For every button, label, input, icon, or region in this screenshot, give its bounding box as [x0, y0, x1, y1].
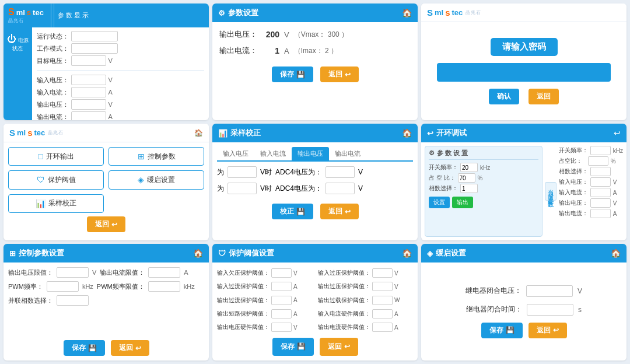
open-output-menu-item[interactable]: □ 开环输出	[8, 147, 104, 166]
ol-duty-label: 占空比：	[559, 157, 586, 165]
home-icon-p7[interactable]: 🏠	[193, 249, 203, 258]
prot-input-4a[interactable]	[271, 323, 292, 332]
input-current-input[interactable]	[71, 87, 106, 97]
relay-time-input[interactable]	[527, 304, 573, 316]
outc-limit-unit: A	[184, 269, 188, 276]
tab-output-current[interactable]: 输出电流	[329, 147, 366, 160]
home-icon-p4[interactable]: 🏠	[194, 129, 203, 137]
home-icon-p2[interactable]: 🏠	[402, 8, 412, 18]
ol-outv-unit: V	[613, 200, 621, 206]
prot-unit-4a: V	[293, 324, 298, 331]
prot-input-0b[interactable]	[372, 268, 393, 278]
tab-output-voltage[interactable]: 输出电压	[292, 147, 329, 160]
outv-limit-input[interactable]	[57, 267, 89, 278]
output-voltage-input[interactable]	[71, 99, 106, 110]
home-icon-p6[interactable]: ↩	[614, 128, 621, 138]
nav-power[interactable]: ⏻ 电源状态	[6, 31, 30, 54]
output-btn-p6[interactable]: 输出	[452, 197, 473, 208]
soft-start-icon: ◈	[138, 175, 144, 184]
prot-input-2b[interactable]	[372, 296, 393, 305]
prot-input-3a[interactable]	[271, 309, 292, 318]
calibrate-btn[interactable]: 校正💾	[272, 204, 313, 219]
back-btn-p4[interactable]: 返回↩	[87, 216, 125, 232]
prot-label-3a: 输出短路保护阈值：	[217, 310, 270, 318]
gear-icon: ⚙	[218, 9, 225, 18]
soft-start-label: 缓启设置	[147, 175, 175, 185]
duty-input[interactable]	[458, 173, 475, 183]
calib-v-input-2[interactable]	[228, 183, 257, 194]
save-btn-p7[interactable]: 保存💾	[64, 340, 105, 356]
calibrate-body: 输入电压 输入电流 输出电压 输出电流 为 V时 ADC4电压为： V 为 V时	[212, 142, 418, 240]
calib-adc-unit-2: V	[358, 184, 363, 192]
output-current-unit: A	[108, 113, 113, 120]
prot-input-2a[interactable]	[271, 296, 292, 305]
output-voltage-unit: V	[108, 101, 113, 108]
back-btn-p5[interactable]: 返回↩	[320, 204, 359, 219]
outc-limit-input[interactable]	[148, 267, 180, 278]
phase-select-input[interactable]	[57, 295, 89, 306]
calib-adc-input-1[interactable]	[326, 166, 355, 178]
prot-label-4b: 输出电流硬件阈值：	[318, 323, 370, 331]
protect-buttons: 保存💾 返回↩	[217, 335, 413, 356]
pwm-freq-input[interactable]	[47, 281, 79, 292]
ol-outc-input[interactable]	[590, 209, 611, 218]
freq-input[interactable]	[460, 163, 478, 172]
back-btn-p2[interactable]: 返回↩	[320, 66, 359, 82]
soft-start-menu-item[interactable]: ◈ 缓启设置	[108, 170, 204, 189]
calib-vunit-1: V时	[260, 167, 272, 177]
ol-inv-unit: V	[613, 179, 621, 186]
save-btn-p2[interactable]: 保存💾	[272, 66, 313, 82]
back-btn-p8[interactable]: 返回↩	[320, 338, 358, 356]
back-btn-p9[interactable]: 返回↩	[528, 323, 567, 338]
save-btn-p9[interactable]: 保存💾	[481, 323, 523, 338]
phase-input[interactable]	[460, 184, 478, 193]
prot-input-3b[interactable]	[372, 309, 393, 318]
prot-input-0a[interactable]	[271, 268, 292, 278]
work-mode-input[interactable]	[71, 43, 118, 54]
protect-menu-item[interactable]: 🛡 保护阀值	[8, 170, 104, 189]
back-btn-p7[interactable]: 返回↩	[111, 340, 149, 356]
ol-inc-input[interactable]	[590, 188, 611, 197]
openloop-menu-header: S ml s tec 晶兆石 🏠	[4, 124, 209, 142]
phase-select-label: 并联相数选择：	[8, 296, 53, 305]
tab-input-voltage[interactable]: 输入电压	[217, 147, 254, 160]
home-icon-p9[interactable]: 🏠	[611, 249, 621, 258]
calibrate-tabs: 输入电压 输入电流 输出电压 输出电流	[217, 147, 413, 162]
prot-input-1b[interactable]	[372, 282, 393, 291]
gear-icon-p6: ⚙	[429, 149, 435, 157]
tab-input-current[interactable]: 输入电流	[254, 147, 292, 160]
home-icon-p5[interactable]: 🏠	[402, 128, 412, 138]
output-current-input[interactable]	[71, 111, 106, 120]
params-display-tab[interactable]: 参 数 显 示	[54, 4, 92, 27]
param-settings-panel: ⚙ 参数设置 🏠 输出电压： 200 V （Vmax： 300 ） 输出电流： …	[212, 4, 418, 120]
ol-inv-label: 输入电压：	[559, 178, 588, 186]
calib-adc-input-2[interactable]	[326, 183, 355, 194]
relay-voltage-label: 继电器闭合电压：	[466, 286, 522, 296]
ol-duty-input[interactable]	[588, 156, 608, 166]
prot-input-1a[interactable]	[271, 282, 292, 291]
outv-limit-label: 输出电压限值：	[8, 268, 53, 277]
ol-inv-input[interactable]	[590, 177, 611, 187]
calib-v-input-1[interactable]	[228, 166, 257, 178]
set-btn-p6[interactable]: 设置	[429, 197, 450, 208]
home-icon-p8[interactable]: 🏠	[402, 249, 412, 258]
pwm-limit-input[interactable]	[148, 281, 180, 292]
target-voltage-input[interactable]	[71, 55, 106, 66]
input-voltage-unit: V	[108, 76, 113, 83]
relay-voltage-input[interactable]	[526, 285, 573, 297]
back-btn-p3[interactable]: 返回	[528, 89, 559, 104]
run-status-input[interactable]	[71, 31, 118, 41]
ol-phase-input[interactable]	[590, 167, 611, 176]
ol-outv-input[interactable]	[590, 198, 611, 208]
prot-unit-1a: A	[293, 284, 298, 290]
ctrl-params-menu-item[interactable]: ⊞ 控制参数	[108, 147, 204, 166]
prot-input-4b[interactable]	[372, 323, 393, 332]
input-voltage-input[interactable]	[71, 75, 106, 85]
ol-freq-input[interactable]	[590, 146, 611, 155]
password-panel-header: S ml s tec 晶兆石	[421, 4, 626, 22]
calibrate-menu-item[interactable]: 📊 采样校正	[8, 194, 104, 213]
save-btn-p8[interactable]: 保存💾	[272, 338, 314, 356]
status-fields: 运行状态： 工作模式： 目标电压： V 输入电压： V	[32, 27, 209, 120]
main-status-panel: S ml s tec 晶兆石 参 数 显 示 ⏻ 电源状态 运行状态：	[4, 4, 209, 120]
confirm-btn-p3[interactable]: 确认	[489, 89, 519, 104]
